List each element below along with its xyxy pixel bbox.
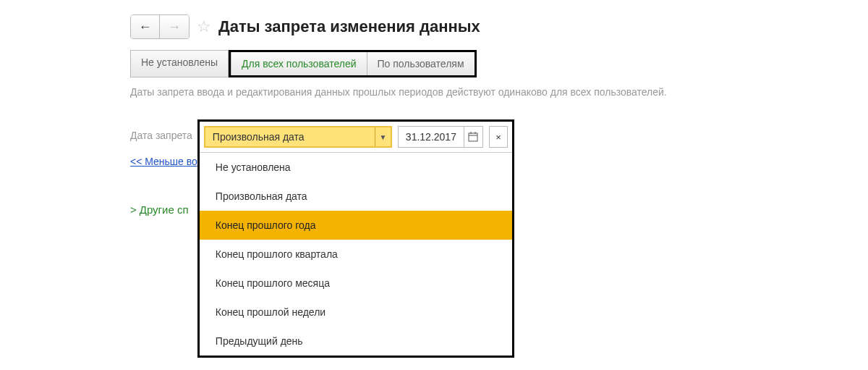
form-layout: Дата запрета << Меньше во >Другие сп Про… <box>130 119 738 358</box>
tab-not-set[interactable]: Не установлены <box>130 50 229 77</box>
chevron-down-icon[interactable]: ▼ <box>375 127 391 146</box>
calendar-icon[interactable] <box>464 127 482 147</box>
description-text: Даты запрета ввода и редактирования данн… <box>130 86 738 98</box>
tabs-highlight-box: Для всех пользователей По пользователям <box>229 50 476 77</box>
svg-rect-0 <box>469 133 477 141</box>
arrow-left-icon: ← <box>139 20 152 35</box>
clear-date-button[interactable]: × <box>489 126 508 148</box>
arrow-right-icon: → <box>168 20 181 35</box>
dropdown-item[interactable]: Конец прошлого года <box>200 211 512 240</box>
star-icon[interactable]: ☆ <box>197 17 211 36</box>
date-value: 31.12.2017 <box>399 131 464 143</box>
page-title: Даты запрета изменения данных <box>218 17 480 36</box>
nav-buttons: ← → <box>130 14 190 39</box>
select-value: Произвольная дата <box>205 131 375 143</box>
left-column: Дата запрета << Меньше во >Другие сп <box>130 119 197 216</box>
chevron-right-icon: > <box>130 203 137 216</box>
dropdown-item[interactable]: Предыдущий день <box>200 327 512 356</box>
calendar-svg <box>468 132 478 142</box>
dropdown-item[interactable]: Конец прошлого квартала <box>200 240 512 269</box>
header-row: ← → ☆ Даты запрета изменения данных <box>130 14 738 39</box>
dropdown-list: Не установлена Произвольная дата Конец п… <box>200 152 512 356</box>
other-methods-link[interactable]: >Другие сп <box>130 203 197 216</box>
dropdown-highlight-box: Произвольная дата ▼ 31.12.2017 × <box>197 119 514 358</box>
less-options-link[interactable]: << Меньше во <box>130 156 197 167</box>
date-ban-label: Дата запрета <box>130 130 195 141</box>
dropdown-item[interactable]: Не установлена <box>200 153 512 182</box>
dropdown-item[interactable]: Конец прошлого месяца <box>200 269 512 298</box>
ban-type-select[interactable]: Произвольная дата ▼ <box>204 126 392 148</box>
date-input[interactable]: 31.12.2017 <box>398 126 483 148</box>
dropdown-item[interactable]: Произвольная дата <box>200 182 512 211</box>
dropdown-item[interactable]: Конец прошлой недели <box>200 298 512 327</box>
close-icon: × <box>495 132 501 143</box>
other-methods-label: Другие сп <box>140 203 189 216</box>
tabs-row: Не установлены Для всех пользователей По… <box>130 50 738 77</box>
nav-forward-button[interactable]: → <box>160 15 189 38</box>
dropdown-controls-row: Произвольная дата ▼ 31.12.2017 × <box>200 122 512 152</box>
tab-by-users[interactable]: По пользователям <box>367 52 475 75</box>
tab-all-users[interactable]: Для всех пользователей <box>231 52 367 75</box>
nav-back-button[interactable]: ← <box>131 15 160 38</box>
